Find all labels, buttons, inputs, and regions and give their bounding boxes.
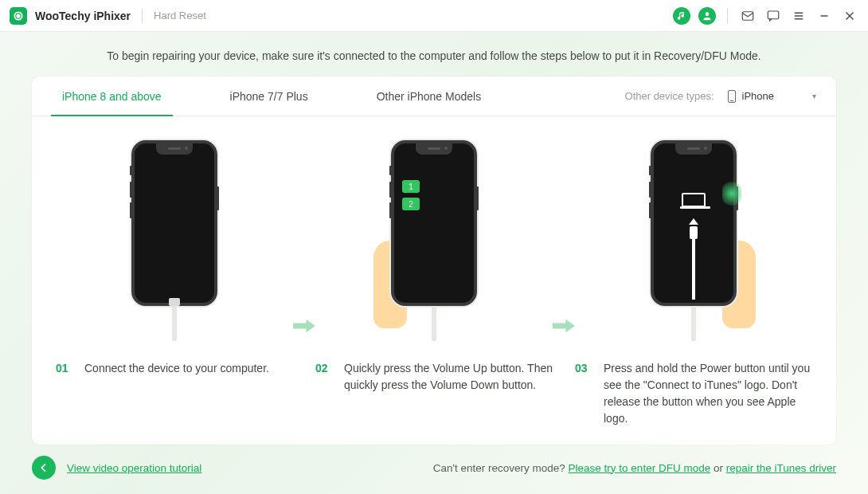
help-text: Can't enter recovery mode?: [433, 462, 569, 474]
titlebar: WooTechy iPhixer Hard Reset: [0, 0, 868, 32]
phone-icon: [131, 140, 217, 306]
feedback-icon[interactable]: [764, 7, 782, 25]
step-number: 01: [56, 360, 75, 377]
title-separator: [142, 9, 143, 23]
power-press-glow-icon: [722, 180, 741, 207]
step-2: 1 2 02 Quickly press the Volume Up butto…: [315, 140, 553, 394]
connector-cable-icon: [692, 226, 695, 300]
icon-separator: [727, 8, 728, 24]
svg-rect-4: [768, 11, 779, 19]
instruction-text: To begin repairing your device, make sur…: [0, 32, 868, 76]
chevron-down-icon: ▾: [812, 92, 816, 100]
phone-icon: [651, 140, 737, 306]
footer-help: Can't enter recovery mode? Please try to…: [433, 462, 836, 474]
tab-other-iphone[interactable]: Other iPhone Models: [370, 76, 488, 116]
volume-up-marker-icon: 1: [402, 180, 420, 193]
step2-illustration: 1 2: [391, 140, 477, 355]
step-description: Connect the device to your computer.: [84, 360, 269, 377]
device-tabs: iPhone 8 and above iPhone 7/7 Plus Other…: [32, 76, 836, 116]
main-card: iPhone 8 and above iPhone 7/7 Plus Other…: [32, 76, 836, 445]
tab-iphone8plus[interactable]: iPhone 8 and above: [56, 76, 168, 116]
close-button[interactable]: [841, 7, 858, 25]
svg-point-2: [706, 12, 710, 16]
step-1: 01 Connect the device to your computer.: [56, 140, 293, 377]
app-window: WooTechy iPhixer Hard Reset: [0, 0, 868, 494]
volume-down-marker-icon: 2: [402, 198, 420, 210]
repair-driver-link[interactable]: repair the iTunes driver: [726, 462, 836, 474]
step-number: 03: [575, 360, 594, 427]
step-number: 02: [315, 360, 334, 394]
cable-icon: [172, 304, 177, 341]
svg-rect-3: [742, 11, 753, 20]
steps-row: 01 Connect the device to your computer.: [32, 116, 836, 435]
svg-point-1: [17, 14, 20, 18]
step3-illustration: [651, 140, 737, 355]
arrow-right-icon: [553, 318, 575, 337]
account-icon[interactable]: [698, 7, 716, 25]
device-type-selector: Other device types: iPhone ▾: [625, 86, 822, 107]
phone-outline-icon: [728, 90, 736, 103]
cable-icon: [432, 304, 436, 341]
step-3: 03 Press and hold the Power button until…: [575, 140, 812, 427]
minimize-button[interactable]: [815, 7, 833, 25]
titlebar-actions: [673, 7, 858, 25]
laptop-icon: [682, 193, 706, 207]
tab-iphone7[interactable]: iPhone 7/7 Plus: [224, 76, 315, 116]
menu-icon[interactable]: [790, 7, 807, 25]
step-description: Quickly press the Volume Up button. Then…: [344, 360, 553, 394]
step-description: Press and hold the Power button until yo…: [604, 360, 812, 427]
app-logo-icon: [10, 7, 27, 25]
app-title: WooTechy iPhixer: [35, 10, 131, 22]
up-arrow-icon: [689, 218, 698, 225]
section-title: Hard Reset: [154, 10, 206, 22]
mail-icon[interactable]: [739, 7, 757, 25]
phone-icon: 1 2: [391, 140, 477, 306]
device-type-label: Other device types:: [625, 90, 714, 102]
device-type-dropdown[interactable]: iPhone ▾: [722, 86, 822, 107]
arrow-right-icon: [293, 318, 315, 337]
cable-icon: [691, 304, 696, 341]
back-button[interactable]: [32, 456, 56, 480]
device-type-value: iPhone: [742, 90, 774, 102]
video-tutorial-link[interactable]: View video operation tutorial: [67, 462, 201, 474]
dfu-mode-link[interactable]: Please try to enter DFU mode: [569, 462, 711, 474]
music-update-icon[interactable]: [673, 7, 690, 25]
footer: View video operation tutorial Can't ente…: [0, 445, 868, 494]
step1-illustration: [131, 140, 217, 355]
